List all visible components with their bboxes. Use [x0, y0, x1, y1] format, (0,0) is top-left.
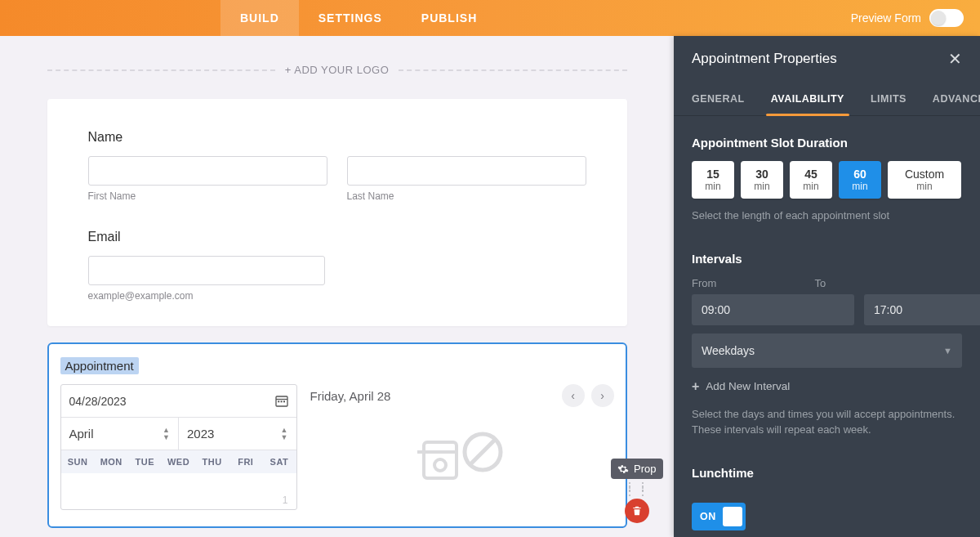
last-name-input[interactable]	[347, 156, 586, 186]
first-name-sublabel: First Name	[88, 190, 327, 202]
lunchtime-toggle-label: ON	[700, 511, 716, 522]
calendar-day-1: 1	[283, 494, 288, 506]
calendar-dow-header: SUN MON TUE WED THU FRI SAT	[61, 450, 296, 473]
first-name-input[interactable]	[88, 156, 327, 186]
close-icon[interactable]: ✕	[948, 49, 962, 69]
delete-element-button[interactable]	[625, 499, 649, 523]
calendar-date-value: 04/28/2023	[69, 395, 127, 408]
tab-settings[interactable]: SETTINGS	[299, 0, 402, 36]
calendar-month-stepper[interactable]: April ▲▼	[61, 418, 180, 450]
element-properties-label: Prop	[634, 463, 656, 475]
calendar-grid[interactable]: 1	[61, 473, 296, 509]
intervals-hint: Select the days and times you will accep…	[692, 407, 962, 438]
no-slots-placeholder	[310, 407, 614, 505]
plus-icon: +	[692, 379, 699, 394]
selected-day-label: Friday, April 28	[310, 389, 391, 403]
interval-to-input[interactable]	[864, 294, 980, 325]
interval-to-label: To	[815, 277, 929, 289]
email-label: Email	[88, 230, 586, 244]
preview-form-toggle[interactable]	[929, 9, 964, 27]
svg-rect-4	[283, 401, 285, 402]
drag-handle-icon[interactable]: ⋮⋮⋮⋮	[624, 484, 650, 494]
preview-form-label: Preview Form	[851, 11, 921, 25]
calendar-year-stepper[interactable]: 2023 ▲▼	[179, 418, 296, 450]
slot-60-button[interactable]: 60min	[839, 161, 881, 199]
slot-30-button[interactable]: 30min	[741, 161, 783, 199]
tab-build[interactable]: BUILD	[220, 0, 299, 36]
panel-tabs: GENERAL AVAILABILITY LIMITS ADVANCED	[674, 82, 980, 116]
topbar: BUILD SETTINGS PUBLISH Preview Form	[0, 0, 980, 36]
form-canvas: + ADD YOUR LOGO Name First Name Last Nam…	[0, 36, 674, 537]
name-label: Name	[88, 130, 586, 145]
trash-icon	[631, 505, 643, 517]
add-logo-row[interactable]: + ADD YOUR LOGO	[47, 64, 627, 76]
slot-duration-heading: Appointment Slot Duration	[692, 136, 962, 150]
lunchtime-toggle[interactable]: ON	[692, 503, 746, 530]
last-name-sublabel: Last Name	[347, 190, 586, 202]
slot-45-button[interactable]: 45min	[790, 161, 832, 199]
svg-rect-2	[278, 401, 279, 402]
interval-days-value: Weekdays	[702, 344, 755, 357]
panel-tab-limits[interactable]: LIMITS	[858, 82, 920, 115]
intervals-heading: Intervals	[692, 252, 962, 266]
gear-icon	[617, 463, 629, 475]
panel-tab-availability[interactable]: AVAILABILITY	[758, 82, 858, 115]
slot-duration-hint: Select the length of each appointment sl…	[692, 208, 962, 224]
panel-tab-general[interactable]: GENERAL	[679, 82, 758, 115]
add-new-interval-link[interactable]: + Add New Interval	[692, 379, 962, 394]
tab-publish[interactable]: PUBLISH	[402, 0, 497, 36]
add-logo-label: + ADD YOUR LOGO	[285, 64, 390, 76]
topbar-tabs: BUILD SETTINGS PUBLISH	[220, 0, 497, 36]
email-input[interactable]	[88, 256, 325, 285]
element-properties-button[interactable]: Prop	[611, 459, 662, 479]
calendar-year-value: 2023	[187, 427, 214, 441]
calendar-icon	[275, 395, 288, 408]
slot-15-button[interactable]: 15min	[692, 161, 734, 199]
form-card: Name First Name Last Name Email example@…	[47, 99, 627, 326]
prev-day-button[interactable]: ‹	[562, 384, 585, 407]
calendar-month-value: April	[69, 427, 94, 441]
calendar-widget: 04/28/2023 April ▲▼ 2023	[60, 384, 297, 510]
lunchtime-heading: Lunchtime	[692, 466, 962, 480]
next-day-button[interactable]: ›	[591, 384, 614, 407]
email-hint: example@example.com	[88, 290, 586, 302]
panel-title: Appointment Properties	[692, 51, 837, 67]
appointment-element[interactable]: Appointment 04/28/2023 April ▲▼	[47, 342, 627, 528]
chevron-down-icon: ▼	[943, 346, 952, 356]
svg-point-7	[434, 459, 446, 471]
interval-from-input[interactable]	[692, 294, 854, 325]
interval-days-select[interactable]: Weekdays ▼	[692, 333, 962, 368]
calendar-date-input[interactable]: 04/28/2023	[61, 385, 296, 418]
panel-tab-advanced[interactable]: ADVANCED	[920, 82, 980, 115]
slot-custom-button[interactable]: Custommin	[888, 161, 961, 199]
svg-line-9	[470, 439, 496, 465]
svg-rect-3	[280, 401, 282, 402]
interval-from-label: From	[692, 277, 805, 289]
properties-panel: Appointment Properties ✕ GENERAL AVAILAB…	[674, 36, 980, 537]
appointment-field-label: Appointment	[60, 357, 139, 374]
